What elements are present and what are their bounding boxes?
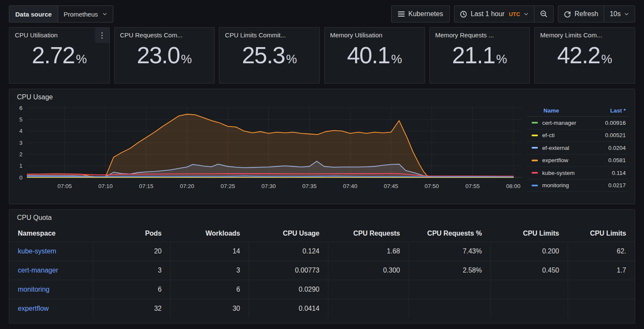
table-cell: 0.00773 bbox=[249, 261, 328, 280]
namespace-link[interactable]: kube-system bbox=[18, 247, 56, 255]
table-cell: 30 bbox=[170, 299, 249, 318]
table-cell: 0.300 bbox=[328, 261, 409, 280]
stat-number: 40.1 bbox=[347, 42, 390, 69]
cpu-quota-panel-title[interactable]: CPU Quota bbox=[9, 210, 59, 223]
series-last-value: 0.00521 bbox=[605, 132, 626, 138]
namespace-link[interactable]: expertflow bbox=[18, 305, 49, 312]
stat-value: 25.3 % bbox=[219, 42, 319, 69]
svg-text:6: 6 bbox=[19, 105, 22, 111]
column-header-cpu-usage[interactable]: CPU Usage bbox=[249, 225, 328, 242]
cpu-quota-table: Namespace Pods Workloads CPU Usage CPU R… bbox=[9, 225, 635, 318]
column-header-pods[interactable]: Pods bbox=[93, 225, 170, 242]
stat-panel-title[interactable]: CPU Limits Commit... bbox=[219, 28, 319, 39]
table-cell: 1.7 bbox=[568, 261, 635, 280]
table-cell: 3 bbox=[93, 261, 170, 280]
table-cell bbox=[328, 299, 409, 318]
kubernetes-button[interactable]: Kubernetes bbox=[391, 6, 450, 22]
stat-number: 2.72 bbox=[32, 42, 75, 69]
legend-item-ef-external[interactable]: ef-external 0.0204 bbox=[527, 142, 628, 155]
stat-unit: % bbox=[76, 52, 87, 66]
stat-panel-memory-limits: Memory Limits Com... 42.2 % bbox=[534, 27, 635, 84]
stat-panel-title[interactable]: CPU Utilisation bbox=[9, 28, 109, 39]
table-cell: 6 bbox=[170, 280, 249, 299]
cpu-usage-plot[interactable]: 07:0507:1007:1507:2007:2507:3007:3507:40… bbox=[13, 103, 525, 194]
svg-text:07:40: 07:40 bbox=[343, 183, 358, 189]
series-color-swatch bbox=[532, 185, 538, 186]
legend-item-kube-system[interactable]: kube-system 0.114 bbox=[527, 167, 628, 180]
table-cell bbox=[409, 280, 490, 299]
stat-value: 40.1 % bbox=[325, 42, 425, 69]
svg-text:07:50: 07:50 bbox=[425, 183, 439, 189]
svg-text:07:05: 07:05 bbox=[58, 183, 72, 189]
series-last-value: 0.0204 bbox=[608, 145, 626, 151]
refresh-interval-dropdown[interactable]: 10s bbox=[604, 6, 635, 22]
column-header-namespace[interactable]: Namespace bbox=[9, 225, 93, 242]
chevron-down-icon bbox=[102, 11, 107, 17]
table-cell bbox=[409, 299, 490, 318]
refresh-interval-value: 10s bbox=[610, 10, 621, 18]
column-header-cpu-requests-pct[interactable]: CPU Requests % bbox=[409, 225, 490, 242]
table-row: expertflow 32 30 0.0414 bbox=[9, 299, 635, 318]
stat-value: 23.0 % bbox=[115, 42, 215, 69]
table-cell: 0.200 bbox=[490, 242, 568, 261]
zoom-out-button[interactable] bbox=[534, 6, 553, 22]
table-cell bbox=[568, 280, 635, 299]
stat-value: 42.2 % bbox=[535, 42, 635, 69]
stat-panel-title[interactable]: CPU Requests Com... bbox=[115, 28, 215, 39]
table-cell: 14 bbox=[170, 242, 249, 261]
legend-item-monitoring[interactable]: monitoring 0.0217 bbox=[527, 180, 628, 192]
stat-panel-title[interactable]: Memory Requests ... bbox=[430, 28, 530, 39]
series-color-swatch bbox=[532, 135, 538, 136]
stat-unit: % bbox=[601, 52, 612, 66]
stat-unit: % bbox=[496, 52, 507, 66]
refresh-icon bbox=[564, 11, 571, 18]
namespace-link[interactable]: monitoring bbox=[18, 286, 50, 293]
legend-name-header[interactable]: Name bbox=[543, 107, 559, 114]
stat-panel-cpu-utilisation: CPU Utilisation 2.72 % bbox=[9, 27, 110, 84]
datasource-dropdown[interactable]: Prometheus bbox=[58, 6, 113, 22]
column-header-cpu-limits[interactable]: CPU Limits bbox=[490, 225, 568, 242]
table-cell: 0.124 bbox=[249, 242, 328, 261]
stat-panel-title[interactable]: Memory Utilisation bbox=[325, 28, 425, 39]
time-range-button[interactable]: Last 1 hour UTC bbox=[454, 6, 534, 22]
time-range-label: Last 1 hour bbox=[470, 10, 504, 18]
stat-number: 25.3 bbox=[242, 42, 285, 69]
table-row: monitoring 6 6 0.0290 bbox=[9, 280, 635, 299]
cpu-usage-panel-title[interactable]: CPU Usage bbox=[9, 89, 59, 103]
stat-panel-title[interactable]: Memory Limits Com... bbox=[535, 28, 635, 39]
table-cell: 20 bbox=[93, 242, 170, 261]
legend-item-expertflow[interactable]: expertflow 0.0581 bbox=[527, 155, 628, 167]
datasource-variable-control: Data source Prometheus bbox=[9, 6, 113, 22]
table-cell bbox=[490, 299, 568, 318]
legend-last-header[interactable]: Last * bbox=[610, 107, 626, 114]
cpu-usage-panel: CPU Usage 07:0507:1007:1507:2007:2507:30… bbox=[9, 89, 635, 204]
stat-number: 21.1 bbox=[452, 42, 495, 69]
table-row: kube-system 20 14 0.124 1.68 7.43% 0.200… bbox=[9, 242, 635, 261]
legend-item-cert-manager[interactable]: cert-manager 0.00916 bbox=[527, 117, 628, 129]
series-color-swatch bbox=[532, 147, 538, 149]
stat-value: 2.72 % bbox=[9, 42, 109, 69]
column-header-workloads[interactable]: Workloads bbox=[170, 225, 249, 242]
namespace-link[interactable]: cert-manager bbox=[18, 267, 58, 274]
svg-text:08:00: 08:00 bbox=[506, 183, 521, 189]
legend-item-ef-cti[interactable]: ef-cti 0.00521 bbox=[527, 129, 628, 142]
panel-menu-kebab-icon[interactable] bbox=[95, 28, 109, 43]
refresh-button[interactable]: Refresh bbox=[558, 6, 604, 22]
svg-text:1: 1 bbox=[19, 163, 22, 169]
refresh-button-label: Refresh bbox=[574, 10, 598, 18]
series-name: ef-cti bbox=[542, 132, 605, 138]
column-header-cpu-limits-pct[interactable]: CPU Limits bbox=[568, 225, 635, 242]
svg-text:07:10: 07:10 bbox=[98, 183, 113, 189]
stat-unit: % bbox=[286, 52, 297, 66]
column-header-cpu-requests[interactable]: CPU Requests bbox=[328, 225, 409, 242]
svg-text:07:20: 07:20 bbox=[180, 183, 194, 189]
series-name: kube-system bbox=[542, 170, 612, 176]
kubernetes-button-label: Kubernetes bbox=[409, 10, 443, 18]
table-cell: 32 bbox=[93, 299, 170, 318]
svg-text:07:45: 07:45 bbox=[384, 183, 398, 189]
cpu-usage-chart-body: 07:0507:1007:1507:2007:2507:3007:3507:40… bbox=[9, 103, 635, 194]
svg-text:2: 2 bbox=[19, 151, 22, 157]
stat-value: 21.1 % bbox=[430, 42, 530, 69]
chevron-down-icon bbox=[624, 11, 629, 17]
svg-text:07:25: 07:25 bbox=[221, 183, 235, 189]
